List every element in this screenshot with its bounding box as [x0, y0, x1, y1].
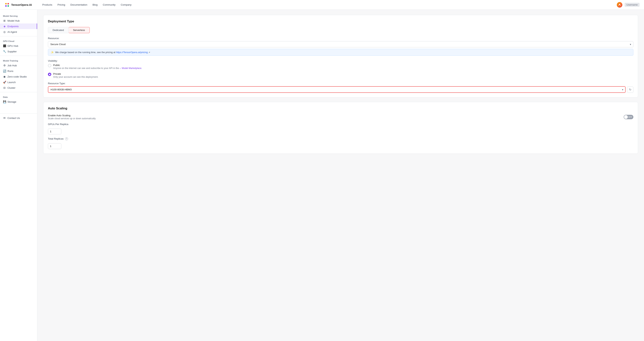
- nav-pricing[interactable]: Pricing: [58, 3, 65, 6]
- sidebar-item-cluster[interactable]: ⊟ Cluster: [0, 85, 37, 91]
- sidebar-item-ai-agent[interactable]: ◎ AI Agent: [0, 29, 37, 35]
- total-replicas-help[interactable]: ?: [65, 137, 68, 140]
- contact-icon: ✉: [3, 116, 6, 119]
- svg-point-0: [5, 3, 7, 4]
- auto-scaling-info: Enable Auto Scaling Scale cloud services…: [48, 114, 96, 120]
- sidebar-section-model-serving: Model Serving: [0, 13, 37, 18]
- visibility-radio-group: Public Anyone on the internet can see an…: [48, 64, 633, 78]
- visibility-private-option[interactable]: Private Only your account can see this d…: [48, 72, 633, 78]
- auto-scaling-title: Auto Scaling: [48, 107, 633, 110]
- public-description: Anyone on the internet can see and subsc…: [53, 67, 142, 69]
- auto-scaling-card: Auto Scaling Enable Auto Scaling Scale c…: [43, 102, 638, 154]
- svg-point-1: [8, 3, 9, 4]
- sidebar-item-runs[interactable]: 🔄 Runs: [0, 68, 37, 74]
- main-content: Deployment Type Dedicated Serverless Res…: [37, 10, 644, 341]
- sidebar-item-launch[interactable]: 🚀 Launch: [0, 79, 37, 85]
- storage-icon: 💾: [3, 100, 6, 103]
- total-replicas-input[interactable]: [48, 143, 61, 149]
- resource-type-row: H100-80GB-HBM3A100-80GBA100-40GBV100-16G…: [48, 86, 633, 93]
- public-radio-text: Public Anyone on the internet can see an…: [53, 64, 142, 69]
- auto-scaling-enable-label: Enable Auto Scaling: [48, 114, 96, 117]
- info-icon: ✨: [51, 51, 54, 54]
- pricing-link[interactable]: https://TensorOpera.ai/pricing: [116, 51, 148, 54]
- runs-icon: 🔄: [3, 69, 6, 72]
- supplier-icon: 🔧: [3, 50, 6, 53]
- visibility-public-option[interactable]: Public Anyone on the internet can see an…: [48, 64, 633, 69]
- public-radio-circle[interactable]: [48, 64, 51, 67]
- endpoints-icon: ◈: [3, 25, 6, 28]
- nav-links: Products Pricing Documentation Blog Comm…: [42, 3, 132, 6]
- nav-company[interactable]: Company: [121, 3, 132, 6]
- cluster-icon: ⊟: [3, 86, 6, 89]
- deployment-type-selector: Dedicated Serverless: [48, 27, 633, 33]
- gpus-per-replica-label: GPUs Per Replica: [48, 123, 633, 126]
- resource-type-select[interactable]: H100-80GB-HBM3A100-80GBA100-40GBV100-16G…: [48, 86, 626, 93]
- pricing-info-box: ✨ We charge based on the running time, s…: [48, 49, 633, 56]
- svg-point-3: [8, 5, 9, 7]
- toggle-off-label: OFF: [628, 116, 632, 118]
- private-label: Private: [53, 72, 98, 75]
- nav-documentation[interactable]: Documentation: [70, 3, 87, 6]
- info-text: We charge based on the running time, see…: [55, 51, 150, 54]
- sidebar-item-endpoints[interactable]: ◈ Endpoints: [0, 23, 37, 29]
- launch-icon: 🚀: [3, 81, 6, 84]
- sidebar-item-label: Runs: [8, 70, 14, 72]
- sidebar-item-label: Storage: [8, 100, 16, 103]
- sidebar-item-job-hub[interactable]: ⚙ Job Hub: [0, 63, 37, 68]
- model-hub-icon: ⊞: [3, 19, 6, 22]
- nav-blog[interactable]: Blog: [92, 3, 98, 6]
- sidebar-item-gpu-hub[interactable]: ⬛ GPU Hub: [0, 43, 37, 49]
- refresh-button[interactable]: ↻: [627, 86, 633, 93]
- logo: TensorOpera AI: [4, 2, 32, 7]
- sidebar-item-contact-us[interactable]: ✉ Contact Us: [0, 115, 37, 121]
- serverless-button[interactable]: Serverless: [68, 27, 90, 33]
- external-link-icon: ↗: [148, 51, 150, 53]
- sidebar-item-label: Supplier: [8, 50, 17, 53]
- sidebar-item-label: GPU Hub: [8, 44, 18, 47]
- sidebar-item-model-hub[interactable]: ⊞ Model Hub: [0, 18, 37, 23]
- deployment-type-title: Deployment Type: [48, 19, 633, 23]
- avatar[interactable]: [617, 2, 622, 8]
- sidebar-item-label: Job Hub: [8, 64, 17, 67]
- auto-scaling-toggle-row: Enable Auto Scaling Scale cloud services…: [48, 114, 633, 120]
- job-hub-icon: ⚙: [3, 64, 6, 67]
- topnav: TensorOpera AI Products Pricing Document…: [0, 0, 644, 10]
- nav-community[interactable]: Community: [103, 3, 116, 6]
- sidebar-item-storage[interactable]: 💾 Storage: [0, 99, 37, 104]
- deployment-type-card: Deployment Type Dedicated Serverless Res…: [43, 15, 638, 97]
- resource-select-wrapper: Secure CloudPublic CloudPrivate Cloud ▾: [48, 41, 633, 47]
- sidebar-item-label: Contact Us: [8, 117, 20, 119]
- sidebar-item-supplier[interactable]: 🔧 Supplier: [0, 49, 37, 54]
- sidebar: Model Serving ⊞ Model Hub ◈ Endpoints ◎ …: [0, 10, 37, 341]
- public-label: Public: [53, 64, 142, 66]
- sidebar-section-gpu-cloud: GPU Cloud: [0, 38, 37, 43]
- auto-scaling-toggle[interactable]: OFF: [624, 115, 633, 119]
- sidebar-item-label: Cluster: [8, 86, 16, 89]
- private-description: Only your account can see this deploymen…: [53, 76, 98, 78]
- gpu-hub-icon: ⬛: [3, 44, 6, 47]
- sidebar-section-model-training: Model Training: [0, 57, 37, 63]
- sidebar-item-label: Zero-code Studio: [8, 75, 27, 78]
- resource-type-label: Resource Type:: [48, 82, 633, 85]
- sidebar-section-data: Data: [0, 94, 37, 99]
- nav-products[interactable]: Products: [42, 3, 52, 6]
- sidebar-item-label: Model Hub: [8, 19, 20, 22]
- svg-point-2: [5, 5, 7, 7]
- app-layout: Model Serving ⊞ Model Hub ◈ Endpoints ◎ …: [0, 10, 644, 341]
- gpus-per-replica-input[interactable]: [48, 129, 61, 134]
- logo-text: TensorOpera AI: [11, 3, 32, 6]
- dedicated-button[interactable]: Dedicated: [48, 27, 68, 33]
- resource-select[interactable]: Secure CloudPublic CloudPrivate Cloud: [48, 41, 633, 47]
- auto-scaling-sub: Scale cloud services up or down automati…: [48, 117, 96, 120]
- username-display: Username: [624, 3, 640, 7]
- sidebar-item-zero-code-studio[interactable]: ◉ Zero-code Studio: [0, 74, 37, 79]
- total-replicas-label: Total Replicas ?: [48, 137, 633, 140]
- resource-label: Resource:: [48, 37, 633, 40]
- private-radio-text: Private Only your account can see this d…: [53, 72, 98, 78]
- marketplace-link[interactable]: ⬦ Model Marketplace.: [120, 67, 142, 69]
- sidebar-item-label: Launch: [8, 81, 16, 84]
- topnav-right: Username: [617, 2, 640, 8]
- private-radio-circle[interactable]: [48, 73, 51, 76]
- toggle-knob: [624, 115, 628, 119]
- sidebar-item-label: Endpoints: [8, 25, 19, 28]
